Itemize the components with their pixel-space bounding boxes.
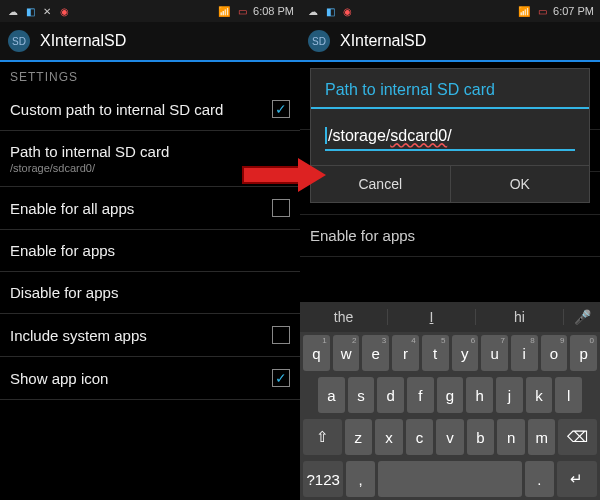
- key-.[interactable]: .: [525, 461, 554, 497]
- battery-icon: ▭: [535, 4, 549, 18]
- key-f[interactable]: f: [407, 377, 434, 413]
- checkbox-unchecked[interactable]: [272, 199, 290, 217]
- setting-disable-apps[interactable]: Disable for apps: [0, 272, 300, 314]
- key-t[interactable]: t5: [422, 335, 449, 371]
- setting-label: Show app icon: [10, 370, 108, 387]
- ok-button[interactable]: OK: [450, 166, 590, 202]
- tutorial-arrow-icon: [242, 160, 332, 190]
- enter-key[interactable]: ↵: [557, 461, 597, 497]
- key-s[interactable]: s: [348, 377, 375, 413]
- dialog-title: Path to internal SD card: [311, 69, 589, 109]
- key-v[interactable]: v: [436, 419, 464, 455]
- battery-icon: ▭: [235, 4, 249, 18]
- key-a[interactable]: a: [318, 377, 345, 413]
- key-row-2: asdfghjkl: [300, 374, 600, 416]
- notif-icon: ◧: [323, 4, 337, 18]
- setting-include-system[interactable]: Include system apps: [0, 314, 300, 357]
- suggestion[interactable]: the: [300, 309, 388, 325]
- signal-icon: 📶: [517, 4, 531, 18]
- key-o[interactable]: o9: [541, 335, 568, 371]
- setting-bg: Enable for apps: [300, 215, 600, 257]
- status-bar: ☁ ◧ ◉ 📶 ▭ 6:07 PM: [300, 0, 600, 22]
- clock: 6:08 PM: [253, 5, 294, 17]
- signal-icon: 📶: [217, 4, 231, 18]
- setting-label: Custom path to internal SD card: [10, 101, 223, 118]
- key-p[interactable]: p0: [570, 335, 597, 371]
- app-icon: SD: [8, 30, 30, 52]
- setting-enable-apps[interactable]: Enable for apps: [0, 230, 300, 272]
- setting-label: Path to internal SD card: [10, 143, 169, 160]
- key-y[interactable]: y6: [452, 335, 479, 371]
- clock: 6:07 PM: [553, 5, 594, 17]
- checkbox-unchecked[interactable]: [272, 326, 290, 344]
- key-row-3: ⇧zxcvbnm⌫: [300, 416, 600, 458]
- key-z[interactable]: z: [345, 419, 373, 455]
- app-title: XInternalSD: [40, 32, 126, 50]
- suggestion-row: the I hi 🎤: [300, 302, 600, 332]
- key-w[interactable]: w2: [333, 335, 360, 371]
- app-bar: SD XInternalSD: [300, 22, 600, 62]
- key-j[interactable]: j: [496, 377, 523, 413]
- setting-label: Include system apps: [10, 327, 147, 344]
- key-q[interactable]: q1: [303, 335, 330, 371]
- checkbox-checked[interactable]: ✓: [272, 369, 290, 387]
- setting-enable-all[interactable]: Enable for all apps: [0, 187, 300, 230]
- notif-icon: ☁: [306, 4, 320, 18]
- settings-list: Custom path to internal SD card ✓ Path t…: [0, 88, 300, 400]
- status-bar: ☁ ◧ ✕ ◉ 📶 ▭ 6:08 PM: [0, 0, 300, 22]
- key-,[interactable]: ,: [346, 461, 375, 497]
- notif-icon: ✕: [40, 4, 54, 18]
- space-key[interactable]: [378, 461, 522, 497]
- backspace-key[interactable]: ⌫: [558, 419, 597, 455]
- key-b[interactable]: b: [467, 419, 495, 455]
- screen-right: ☁ ◧ ◉ 📶 ▭ 6:07 PM SD XInternalSD SETTING…: [300, 0, 600, 500]
- setting-label: Enable for apps: [10, 242, 115, 259]
- setting-label: Enable for all apps: [10, 200, 134, 217]
- key-l[interactable]: l: [555, 377, 582, 413]
- key-c[interactable]: c: [406, 419, 434, 455]
- key-i[interactable]: i8: [511, 335, 538, 371]
- setting-custom-path[interactable]: Custom path to internal SD card ✓: [0, 88, 300, 131]
- key-n[interactable]: n: [497, 419, 525, 455]
- suggestion[interactable]: hi: [476, 309, 564, 325]
- key-r[interactable]: r4: [392, 335, 419, 371]
- app-bar: SD XInternalSD: [0, 22, 300, 62]
- key-k[interactable]: k: [526, 377, 553, 413]
- section-header: SETTINGS: [0, 62, 300, 88]
- key-m[interactable]: m: [528, 419, 556, 455]
- app-title: XInternalSD: [340, 32, 426, 50]
- setting-show-icon[interactable]: Show app icon ✓: [0, 357, 300, 400]
- dialog-input[interactable]: /storage/sdcard0/: [325, 123, 575, 151]
- shift-key[interactable]: ⇧: [303, 419, 342, 455]
- symbols-key[interactable]: ?123: [303, 461, 343, 497]
- app-icon: SD: [308, 30, 330, 52]
- key-x[interactable]: x: [375, 419, 403, 455]
- checkbox-checked[interactable]: ✓: [272, 100, 290, 118]
- notif-icon: ◉: [57, 4, 71, 18]
- key-g[interactable]: g: [437, 377, 464, 413]
- key-row-4: ?123,.↵: [300, 458, 600, 500]
- mic-icon[interactable]: 🎤: [564, 309, 600, 325]
- screen-left: ☁ ◧ ✕ ◉ 📶 ▭ 6:08 PM SD XInternalSD SETTI…: [0, 0, 300, 500]
- notif-icon: ☁: [6, 4, 20, 18]
- key-d[interactable]: d: [377, 377, 404, 413]
- dialog-path: Path to internal SD card /storage/sdcard…: [310, 68, 590, 203]
- notif-icon: ◧: [23, 4, 37, 18]
- setting-label: Disable for apps: [10, 284, 118, 301]
- keyboard: the I hi 🎤 q1w2e3r4t5y6u7i8o9p0 asdfghjk…: [300, 302, 600, 500]
- key-h[interactable]: h: [466, 377, 493, 413]
- key-e[interactable]: e3: [362, 335, 389, 371]
- notif-icon: ◉: [340, 4, 354, 18]
- setting-sublabel: /storage/sdcard0/: [10, 162, 169, 174]
- suggestion[interactable]: I: [388, 309, 476, 325]
- key-row-1: q1w2e3r4t5y6u7i8o9p0: [300, 332, 600, 374]
- key-u[interactable]: u7: [481, 335, 508, 371]
